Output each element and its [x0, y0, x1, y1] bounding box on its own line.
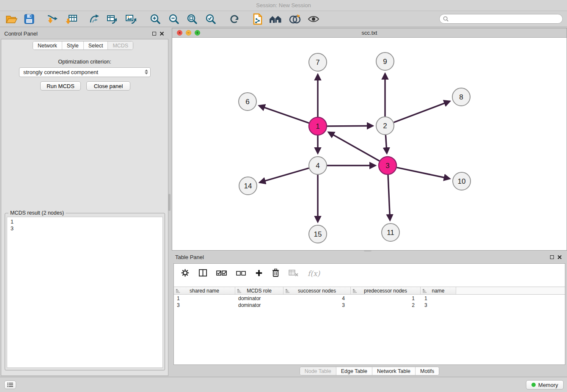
- import-table-icon: [66, 14, 77, 25]
- task-history-button[interactable]: [4, 381, 16, 389]
- share-network-button[interactable]: [86, 12, 102, 26]
- svg-text:1: 1: [316, 122, 319, 130]
- graph-edge-2-8[interactable]: [394, 101, 450, 122]
- ndex-homes-button[interactable]: [267, 12, 284, 26]
- criterion-dropdown[interactable]: strongly connected component: [19, 67, 151, 77]
- main-toolbar: [0, 11, 567, 27]
- graph-node-3[interactable]: 3: [379, 157, 396, 174]
- export-table-button[interactable]: [105, 12, 121, 26]
- cell-mcds-role[interactable]: dominator: [235, 302, 284, 308]
- mcds-result-text[interactable]: 1 3: [7, 217, 163, 368]
- open-file-button[interactable]: [3, 12, 19, 26]
- float-window-icon: [550, 255, 554, 259]
- cell-predecessor-nodes[interactable]: 2: [351, 302, 421, 308]
- memory-button[interactable]: Memory: [526, 380, 564, 389]
- tab-network-table[interactable]: Network Table: [372, 367, 416, 375]
- tab-motifs[interactable]: Motifs: [416, 367, 439, 375]
- save-icon: [24, 14, 35, 25]
- graph-node-7[interactable]: 7: [309, 53, 327, 71]
- graph-edge-3-1[interactable]: [328, 132, 380, 161]
- tab-select[interactable]: Select: [84, 41, 108, 50]
- graph-node-10[interactable]: 10: [453, 172, 471, 190]
- tab-network[interactable]: Network: [33, 41, 62, 50]
- optimization-criterion-label: Optimization criterion:: [1, 58, 168, 65]
- table-row[interactable]: 3 dominator 3 2 3: [174, 302, 565, 309]
- cell-successor-nodes[interactable]: 4: [284, 295, 351, 301]
- svg-text:11: 11: [387, 229, 394, 237]
- network-from-document-icon: [253, 13, 263, 25]
- tab-mcds[interactable]: MCDS: [108, 41, 133, 50]
- mcds-result-title: MCDS result (2 nodes): [8, 210, 66, 216]
- tab-edge-table[interactable]: Edge Table: [336, 367, 372, 375]
- window-close-button[interactable]: ×: [177, 30, 182, 36]
- svg-text:7: 7: [316, 58, 319, 66]
- column-header-shared-name[interactable]: shared name: [174, 287, 235, 294]
- graph-edge-1-6[interactable]: [259, 106, 309, 123]
- graph-node-4[interactable]: 4: [309, 157, 327, 174]
- close-panel-button[interactable]: Close panel: [86, 81, 130, 91]
- import-network-button[interactable]: [44, 12, 60, 26]
- network-window-titlebar[interactable]: scc.txt: [172, 28, 567, 38]
- graph-edge-3-11[interactable]: [388, 175, 390, 220]
- graph-node-9[interactable]: 9: [376, 52, 394, 70]
- refresh-button[interactable]: [226, 12, 242, 26]
- column-header-successor-nodes[interactable]: successor nodes: [284, 287, 351, 294]
- column-header-predecessor-nodes[interactable]: predecessor nodes: [351, 287, 421, 294]
- cell-successor-nodes[interactable]: 3: [284, 302, 351, 308]
- delete-column-button[interactable]: [272, 268, 280, 279]
- graph-edge-2-3[interactable]: [385, 135, 387, 153]
- toolbar-search[interactable]: [439, 14, 563, 24]
- vertical-splitter-handle[interactable]: [168, 194, 171, 211]
- graph-node-6[interactable]: 6: [239, 93, 256, 110]
- run-mcds-button[interactable]: Run MCDS: [40, 81, 81, 91]
- cell-shared-name[interactable]: 1: [174, 295, 235, 301]
- style-venn-button[interactable]: [287, 12, 303, 26]
- graph-node-2[interactable]: 2: [376, 117, 394, 135]
- search-input[interactable]: [451, 16, 559, 22]
- network-from-document-button[interactable]: [250, 12, 266, 26]
- cell-name[interactable]: 3: [421, 302, 456, 308]
- control-panel-title: Control Panel: [4, 30, 38, 37]
- window-minimize-button[interactable]: −: [186, 30, 191, 36]
- select-all-columns-button[interactable]: [216, 269, 227, 278]
- table-panel-float-button[interactable]: [550, 255, 554, 259]
- tab-node-table[interactable]: Node Table: [300, 367, 336, 375]
- control-panel-close-button[interactable]: [160, 31, 164, 37]
- graph-node-14[interactable]: 14: [239, 177, 257, 195]
- graph-node-1[interactable]: 1: [309, 117, 327, 135]
- import-table-button[interactable]: [63, 12, 80, 26]
- graphics-details-eye-button[interactable]: [306, 12, 322, 26]
- svg-text:14: 14: [244, 182, 252, 190]
- graph-edge-4-14[interactable]: [260, 168, 309, 182]
- cell-predecessor-nodes[interactable]: 1: [351, 295, 421, 301]
- table-row[interactable]: 1 dominator 4 1 1: [174, 295, 565, 302]
- graph-edge-3-10[interactable]: [397, 168, 450, 179]
- column-visibility-button[interactable]: [198, 268, 207, 279]
- control-panel-float-button[interactable]: [152, 32, 156, 36]
- tab-style[interactable]: Style: [62, 41, 84, 50]
- table-panel-close-button[interactable]: [557, 254, 562, 261]
- network-graph-canvas[interactable]: 7968124314101511: [172, 38, 567, 251]
- graph-node-11[interactable]: 11: [382, 224, 399, 241]
- column-header-mcds-role[interactable]: MCDS role: [235, 287, 284, 294]
- zoom-out-button[interactable]: [166, 12, 182, 26]
- table-settings-button[interactable]: [181, 268, 190, 279]
- function-builder-button[interactable]: f(x): [308, 269, 320, 278]
- graph-node-8[interactable]: 8: [452, 88, 470, 106]
- graph-edge-1-2[interactable]: [327, 126, 373, 126]
- cell-shared-name[interactable]: 3: [174, 302, 235, 308]
- column-header-name[interactable]: name: [421, 287, 456, 294]
- window-zoom-button[interactable]: +: [195, 30, 200, 36]
- export-image-button[interactable]: [123, 12, 139, 26]
- cell-name[interactable]: 1: [421, 295, 456, 301]
- graph-node-15[interactable]: 15: [309, 225, 327, 243]
- zoom-in-button[interactable]: [147, 12, 163, 26]
- zoom-fit-button[interactable]: [184, 12, 200, 26]
- search-icon: [443, 16, 449, 22]
- add-column-button[interactable]: [255, 269, 263, 278]
- delete-table-button[interactable]: [289, 269, 299, 278]
- deselect-all-columns-button[interactable]: [236, 270, 246, 278]
- zoom-selected-button[interactable]: [203, 12, 219, 26]
- cell-mcds-role[interactable]: dominator: [235, 295, 284, 301]
- save-session-button[interactable]: [21, 12, 37, 26]
